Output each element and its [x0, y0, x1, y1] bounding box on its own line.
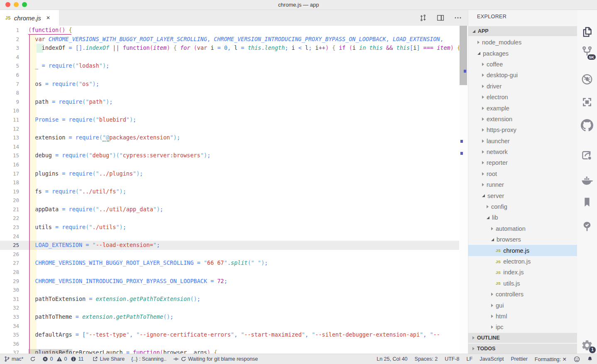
code-line-6[interactable]: 6 [0, 71, 459, 80]
tree-item-root[interactable]: root [468, 169, 577, 179]
share-icon[interactable] [581, 149, 593, 161]
tree-item-desktop-gui[interactable]: desktop-gui [468, 70, 577, 81]
github-icon[interactable] [581, 119, 593, 132]
status-sync[interactable] [30, 356, 36, 362]
status-notifications[interactable] [587, 356, 593, 362]
code-line-22[interactable]: 22 [0, 214, 459, 223]
status-encoding[interactable]: UTF-8 [445, 356, 459, 362]
code-editor[interactable]: 1(function() {2 var CHROME_VERSIONS_WITH… [0, 26, 468, 354]
screenshot-frame-icon[interactable] [581, 96, 593, 108]
status-indentation[interactable]: Spaces: 2 [415, 356, 438, 362]
tree-item-ipc[interactable]: ipc [468, 322, 577, 332]
section-header-todos[interactable]: TODOS [468, 344, 577, 354]
debug-off-icon[interactable] [581, 73, 593, 86]
status-live-share[interactable]: Live Share [92, 356, 125, 362]
code-line-21[interactable]: 21 appData = require("../util/app_data")… [0, 205, 459, 214]
open-changes-button[interactable] [418, 13, 428, 23]
docker-icon[interactable] [581, 175, 593, 187]
status-problems[interactable]: 0011 [42, 356, 86, 362]
tree-item-browsers[interactable]: browsers [468, 234, 577, 245]
tree-item-chrome.js[interactable]: JSchrome.js [468, 245, 577, 256]
code-line-37[interactable]: 37 pluginsBeforeBrowserLaunch = function… [0, 348, 459, 354]
code-line-33[interactable]: 33 pathToTheme = extension.getPathToThem… [0, 313, 459, 322]
code-line-3[interactable]: 3 indexOf = [].indexOf || function(item)… [0, 44, 459, 53]
section-header-outline[interactable]: OUTLINE [468, 333, 577, 343]
status-git-branch[interactable]: mac* [4, 356, 23, 362]
status-git-blame[interactable]: Waiting for git blame response [173, 356, 258, 362]
tree-item-electron.js[interactable]: JSelectron.js [468, 256, 577, 267]
code-line-20[interactable]: 20 [0, 196, 459, 205]
editor-scrollbar[interactable] [459, 26, 467, 354]
code-line-28[interactable]: 28 [0, 268, 459, 277]
code-line-24[interactable]: 24 [0, 232, 459, 241]
code-line-5[interactable]: 5 _ = require("lodash"); [0, 61, 459, 71]
code-line-23[interactable]: 23 utils = require("./utils"); [0, 223, 459, 232]
code-line-2[interactable]: 2 var CHROME_VERSIONS_WITH_BUGGY_ROOT_LA… [0, 35, 459, 44]
close-tab-icon[interactable]: ✕ [46, 15, 50, 21]
code-lines[interactable]: 1(function() {2 var CHROME_VERSIONS_WITH… [0, 26, 459, 354]
status-cursor-position[interactable]: Ln 25, Col 40 [377, 356, 407, 362]
tree-item-coffee[interactable]: coffee [468, 59, 577, 70]
code-line-10[interactable]: 10 [0, 106, 459, 115]
status-scanning[interactable]: {..} : Scanning.. [131, 356, 166, 362]
code-line-19[interactable]: 19 fs = require("../util/fs"); [0, 187, 459, 196]
code-line-15[interactable]: 15 debug = require("debug")("cypress:ser… [0, 151, 459, 160]
files-icon[interactable] [581, 26, 593, 38]
tree-item-runner[interactable]: runner [468, 179, 577, 190]
source-control-icon[interactable]: 5K [581, 46, 593, 58]
code-line-26[interactable]: 26 [0, 250, 459, 259]
code-line-30[interactable]: 30 [0, 286, 459, 295]
code-line-7[interactable]: 7 os = require("os"); [0, 80, 459, 89]
tree-item-reporter[interactable]: reporter [468, 157, 577, 168]
tree-item-html[interactable]: html [468, 311, 577, 322]
tree-item-controllers[interactable]: controllers [468, 289, 577, 300]
more-actions-button[interactable] [453, 13, 463, 23]
status-prettier[interactable]: Prettier [511, 356, 528, 362]
split-editor-button[interactable] [436, 13, 445, 23]
tree-item-packages[interactable]: packages [468, 48, 577, 59]
bookmarks-icon[interactable] [581, 196, 593, 208]
tree-item-extension[interactable]: extension [468, 114, 577, 125]
tree-item-driver[interactable]: driver [468, 81, 577, 92]
code-line-11[interactable]: 11 Promise = require("bluebird"); [0, 115, 459, 125]
tree-item-lib[interactable]: lib [468, 212, 577, 223]
code-line-14[interactable]: 14 [0, 142, 459, 151]
code-line-17[interactable]: 17 plugins = require("../plugins"); [0, 169, 459, 178]
code-line-27[interactable]: 27 CHROME_VERSIONS_WITH_BUGGY_ROOT_LAYER… [0, 259, 459, 268]
tree-item-network[interactable]: network [468, 147, 577, 157]
code-line-4[interactable]: 4 [0, 53, 459, 62]
code-line-35[interactable]: 35 defaultArgs = ["--test-type", "--igno… [0, 330, 459, 340]
tree-item-https-proxy[interactable]: https-proxy [468, 125, 577, 135]
code-line-8[interactable]: 8 [0, 88, 459, 98]
code-line-13[interactable]: 13 extension = require("@packages/extens… [0, 133, 459, 142]
settings-icon[interactable]: 1 [581, 339, 593, 352]
code-line-32[interactable]: 32 [0, 303, 459, 313]
tree-item-node-modules[interactable]: node_modules [468, 37, 577, 48]
status-feedback[interactable] [574, 356, 580, 362]
status-eol[interactable]: LF [467, 356, 473, 362]
code-line-34[interactable]: 34 [0, 322, 459, 331]
tab-chrome-js[interactable]: JS chrome.js ✕ [0, 10, 59, 26]
scrollbar-thumb[interactable] [460, 26, 467, 85]
tree-item-example[interactable]: example [468, 103, 577, 113]
code-line-29[interactable]: 29 CHROME_VERSION_INTRODUCING_PROXY_BYPA… [0, 277, 459, 286]
tree-item-launcher[interactable]: launcher [468, 136, 577, 147]
tree-item-gui[interactable]: gui [468, 300, 577, 310]
todo-tree-icon[interactable] [581, 220, 593, 233]
code-line-18[interactable]: 18 [0, 178, 459, 187]
tree-item-automation[interactable]: automation [468, 223, 577, 234]
section-header-app[interactable]: APP [468, 26, 577, 36]
tree-item-utils.js[interactable]: JSutils.js [468, 278, 577, 289]
code-line-36[interactable]: 36 [0, 340, 459, 349]
code-line-12[interactable]: 12 [0, 125, 459, 134]
code-line-25[interactable]: 25 LOAD_EXTENSION = "--load-extension="; [0, 241, 459, 250]
code-line-31[interactable]: 31 pathToExtension = extension.getPathTo… [0, 295, 459, 304]
code-line-16[interactable]: 16 [0, 160, 459, 169]
code-line-9[interactable]: 9 path = require("path"); [0, 98, 459, 107]
tree-item-index.js[interactable]: JSindex.js [468, 267, 577, 278]
tree-item-electron[interactable]: electron [468, 92, 577, 103]
tree-item-config[interactable]: config [468, 201, 577, 212]
tree-item-server[interactable]: server [468, 190, 577, 201]
code-line-1[interactable]: 1(function() { [0, 26, 459, 35]
status-language-mode[interactable]: JavaScript [480, 356, 504, 362]
